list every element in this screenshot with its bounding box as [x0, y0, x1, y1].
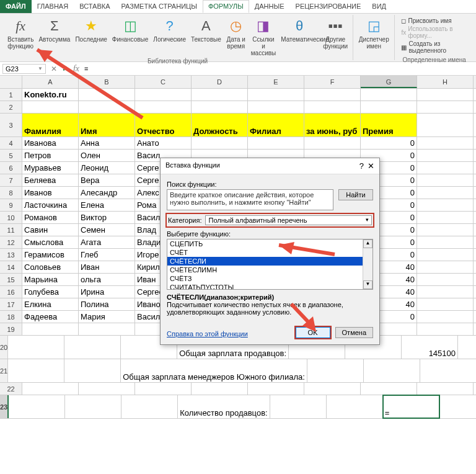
use-in-formula-button[interactable]: fxИспользовать в форму...	[401, 25, 467, 39]
cell[interactable]	[79, 89, 135, 101]
cell[interactable]	[417, 101, 474, 113]
cell[interactable]	[192, 137, 248, 149]
cell[interactable]: Петров	[22, 150, 79, 161]
datetime-button[interactable]: ◷ Дата и время	[224, 15, 249, 58]
row-header[interactable]: 19	[0, 323, 22, 335]
row-header[interactable]: 2	[0, 101, 22, 113]
row-header[interactable]: 4	[0, 137, 22, 149]
row-header[interactable]: 12	[0, 236, 22, 248]
cell[interactable]	[417, 114, 474, 136]
col-header-d[interactable]: D	[192, 76, 248, 88]
cell[interactable]	[304, 89, 361, 101]
row-header[interactable]: 5	[0, 150, 22, 161]
cell[interactable]	[22, 383, 79, 395]
define-name-button[interactable]: ◻Присвоить имя	[401, 17, 467, 24]
row-header[interactable]: 8	[0, 187, 22, 199]
cell[interactable]	[417, 261, 474, 273]
cell[interactable]	[22, 101, 79, 113]
cell[interactable]	[248, 101, 304, 113]
cell[interactable]	[361, 89, 417, 101]
cell[interactable]: Ласточкина	[22, 199, 79, 211]
cell[interactable]	[417, 286, 474, 298]
cell[interactable]	[79, 323, 135, 335]
list-item[interactable]: СЧЁТ	[167, 248, 372, 257]
list-item[interactable]: СЧИТАТЬПУСТОТЫ	[167, 283, 372, 290]
row-header[interactable]: 16	[0, 286, 22, 298]
cell[interactable]	[79, 101, 135, 113]
cell[interactable]: Агата	[79, 236, 135, 248]
math-button[interactable]: θ Математические	[278, 15, 320, 58]
cell[interactable]: Имя	[79, 114, 135, 136]
row-header[interactable]: 23	[0, 395, 9, 418]
cell[interactable]	[417, 236, 474, 248]
cell[interactable]	[304, 101, 361, 113]
row-header[interactable]: 17	[0, 298, 22, 310]
scroll-down-button[interactable]: ▼	[363, 280, 372, 289]
cell[interactable]: Романов	[22, 212, 79, 223]
cell[interactable]: Соловьев	[22, 261, 79, 273]
cell[interactable]: Количество продавцов:	[178, 395, 270, 418]
cancel-button[interactable]: Отмена	[335, 327, 373, 338]
tab-review[interactable]: РЕЦЕНЗИРОВАНИЕ	[290, 0, 367, 13]
cell[interactable]: Марьина	[22, 274, 79, 285]
search-input[interactable]: Введите краткое описание действия, котор…	[167, 189, 333, 210]
listbox-scrollbar[interactable]: ▲ ▼	[363, 239, 372, 289]
cell[interactable]: Иван	[79, 261, 135, 273]
find-button[interactable]: Найти	[338, 189, 373, 200]
logical-button[interactable]: ? Логические	[151, 15, 188, 58]
name-box[interactable]: G23▼	[2, 64, 46, 74]
col-header-e[interactable]: E	[248, 76, 304, 88]
cell[interactable]: Виктор	[79, 212, 135, 223]
cell[interactable]: Алесандр	[79, 187, 135, 199]
cell[interactable]	[307, 359, 364, 382]
other-button[interactable]: ▪▪▪ Другие функции	[320, 15, 350, 58]
cell[interactable]: Фадеева	[22, 311, 79, 323]
cell[interactable]: Семен	[79, 224, 135, 236]
autosum-button[interactable]: Σ Автосумма	[36, 15, 73, 58]
cell[interactable]: Смыслова	[22, 236, 79, 248]
cell[interactable]: =	[383, 395, 439, 418]
cell[interactable]: Иванов	[22, 187, 79, 199]
cell[interactable]	[192, 89, 248, 101]
list-item[interactable]: СЦЕПИТЬ	[167, 239, 372, 248]
cell[interactable]: Иванова	[22, 137, 79, 149]
function-help-link[interactable]: Справка по этой функции	[167, 330, 248, 338]
row-header[interactable]: 21	[0, 359, 8, 382]
lookup-button[interactable]: ◨ Ссылки и массивы	[249, 15, 279, 58]
scroll-up-button[interactable]: ▲	[363, 239, 372, 248]
cell[interactable]: 0	[361, 137, 417, 149]
cell[interactable]: Премия	[361, 114, 417, 136]
cell[interactable]	[327, 395, 383, 418]
list-item[interactable]: СЧЁТЕСЛИМН	[167, 266, 372, 274]
tab-home[interactable]: ГЛАВНАЯ	[32, 0, 74, 13]
cell[interactable]: за июнь, руб	[304, 114, 361, 136]
tab-insert[interactable]: ВСТАВКА	[74, 0, 115, 13]
recent-button[interactable]: ★ Последние	[73, 15, 109, 58]
cell[interactable]: Голубева	[22, 286, 79, 298]
cell[interactable]: ольга	[79, 274, 135, 285]
cell[interactable]: Савин	[22, 224, 79, 236]
tab-formulas[interactable]: ФОРМУЛЫ	[203, 0, 249, 13]
cell[interactable]	[361, 383, 417, 395]
dialog-titlebar[interactable]: Вставка функции ? ✕	[161, 158, 379, 174]
cell[interactable]: Должность	[192, 114, 248, 136]
fx-button[interactable]: fx	[71, 64, 82, 74]
row-header[interactable]: 15	[0, 274, 22, 285]
tab-file[interactable]: ФАЙЛ	[0, 0, 32, 13]
row-header[interactable]: 6	[0, 162, 22, 174]
row-header[interactable]: 18	[0, 311, 22, 323]
cell[interactable]	[192, 101, 248, 113]
ok-button[interactable]: OK	[296, 327, 330, 338]
list-item[interactable]: СЧЁТЗ	[167, 274, 372, 283]
cell[interactable]	[79, 383, 135, 395]
text-button[interactable]: A Текстовые	[188, 15, 224, 58]
function-listbox[interactable]: СЦЕПИТЬСЧЁТСЧЁТЕСЛИСЧЁТЕСЛИМНСЧЁТЗСЧИТАТ…	[167, 239, 373, 290]
cell[interactable]	[417, 174, 474, 186]
cell[interactable]	[417, 137, 474, 149]
cell[interactable]	[64, 336, 121, 359]
cell[interactable]	[417, 249, 474, 261]
tab-page-layout[interactable]: РАЗМЕТКА СТРАНИЦЫ	[115, 0, 202, 13]
row-header[interactable]: 7	[0, 174, 22, 186]
accept-formula-button[interactable]: ✓	[60, 65, 71, 73]
cell[interactable]	[364, 359, 420, 382]
